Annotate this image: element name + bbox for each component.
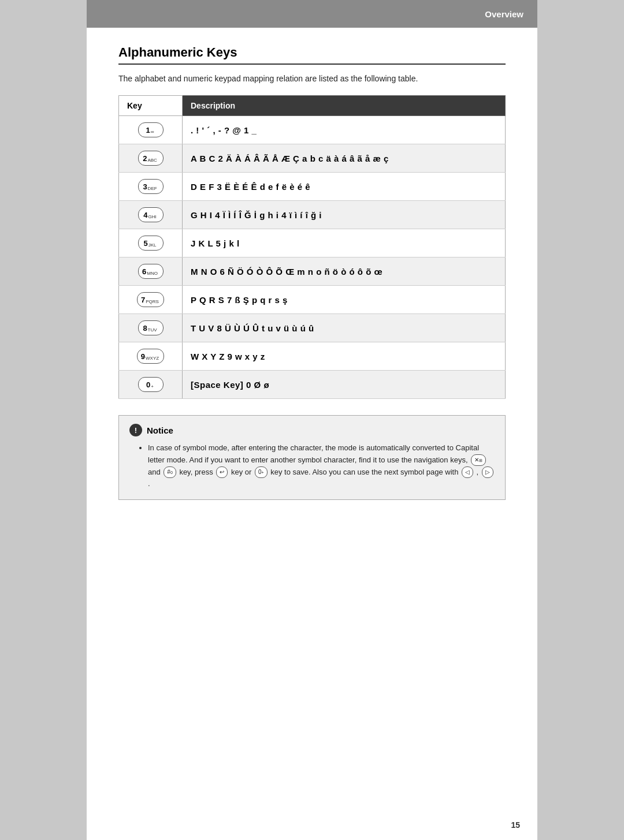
notice-text-list: In case of symbol mode, after entering t… [129,442,495,490]
key-cell: 4GHI [119,201,183,229]
col-key-header: Key [119,96,183,116]
header-title: Overview [485,9,523,19]
key-main-num: 6 [142,267,146,276]
table-row: 1∞. ! ' ´ , - ? @ 1 _ [119,116,506,144]
key-sub-letters: ∞ [151,129,154,135]
key-main-num: 2 [143,154,147,163]
key-button: 4GHI [138,207,164,222]
desc-cell: A B C 2 Ä À Á Â Ã Å Æ Ç a b c ä à á â ã … [183,144,506,173]
key-sub-letters: TUV [148,327,157,333]
key-cell: 0+ [119,371,183,399]
content: Alphanumeric Keys The alphabet and numer… [87,28,537,517]
table-row: 7PQRSP Q R S 7 ß Ş p q r s ş [119,286,506,314]
desc-cell: J K L 5 j k l [183,229,506,257]
key-main-num: 0 [146,380,150,389]
inline-key-xm: ✕⊞ [471,454,486,466]
key-sub-letters: GHI [148,214,157,219]
key-sub-letters: WXYZ [146,356,159,361]
inline-key-back: ↩ [216,466,228,478]
table-row: 0+[Space Key] 0 Ø ø [119,371,506,399]
notice-list-item: In case of symbol mode, after entering t… [148,442,495,490]
table-row: 3DEFD E F 3 Ë È É Ê d e f ë è é ê [119,173,506,201]
desc-cell: G H I 4 Ï Ì Í Î Ğ İ g h i 4 ï ì í î ğ i [183,201,506,229]
table-row: 2ABCA B C 2 Ä À Á Â Ã Å Æ Ç a b c ä à á … [119,144,506,173]
key-button: 7PQRS [137,292,164,307]
desc-cell: D E F 3 Ë È É Ê d e f ë è é ê [183,173,506,201]
notice-title: ! Notice [129,424,495,436]
page-number: 15 [511,820,520,830]
key-button: 8TUV [138,320,164,335]
key-sub-letters: DEF [148,186,157,191]
key-main-num: 1 [146,126,150,135]
key-cell: 2ABC [119,144,183,173]
desc-cell: . ! ' ´ , - ? @ 1 _ [183,116,506,144]
key-button: 5JKL [138,236,164,251]
desc-cell: T U V 8 Ü Ù Ú Û t u v ü ù ú û [183,314,506,342]
key-button: 3DEF [138,179,164,194]
table-row: 9WXYZW X Y Z 9 w x y z [119,342,506,371]
table-row: 5JKLJ K L 5 j k l [119,229,506,257]
inline-key-hash: #0 [164,466,176,478]
key-main-num: 7 [141,296,145,304]
col-desc-header: Description [183,96,506,116]
key-sub-letters: + [151,384,154,389]
section-title: Alphanumeric Keys [118,45,506,65]
key-main-num: 5 [143,239,147,248]
key-sub-letters: ABC [147,158,157,163]
key-cell: 9WXYZ [119,342,183,371]
notice-box: ! Notice In case of symbol mode, after e… [118,415,506,500]
key-button: 6MNO [138,264,164,279]
key-button: 2ABC [138,151,164,166]
key-sub-letters: PQRS [146,299,159,304]
inline-key-left: ◁ [462,466,473,478]
table-row: 8TUVT U V 8 Ü Ù Ú Û t u v ü ù ú û [119,314,506,342]
key-button: 9WXYZ [137,349,164,364]
key-table: Key Description 1∞. ! ' ´ , - ? @ 1 _2AB… [118,95,506,399]
intro-text: The alphabet and numeric keypad mapping … [118,73,506,85]
inline-key-right: ▷ [482,466,493,478]
header-bar: Overview [87,0,537,28]
key-main-num: 8 [143,324,147,333]
key-main-num: 4 [143,211,147,219]
key-cell: 7PQRS [119,286,183,314]
key-sub-letters: MNO [147,271,158,276]
notice-title-text: Notice [147,425,173,435]
key-cell: 1∞ [119,116,183,144]
key-button: 1∞ [138,122,164,137]
key-main-num: 9 [141,352,145,361]
inline-key-zero: 0+ [255,466,268,478]
desc-cell: W X Y Z 9 w x y z [183,342,506,371]
key-main-num: 3 [143,182,147,191]
key-cell: 5JKL [119,229,183,257]
key-cell: 3DEF [119,173,183,201]
desc-cell: P Q R S 7 ß Ş p q r s ş [183,286,506,314]
key-button: 0+ [138,377,164,392]
desc-cell: [Space Key] 0 Ø ø [183,371,506,399]
key-cell: 6MNO [119,257,183,286]
table-row: 4GHIG H I 4 Ï Ì Í Î Ğ İ g h i 4 ï ì í î … [119,201,506,229]
key-cell: 8TUV [119,314,183,342]
desc-cell: M N O 6 Ñ Ö Ó Ò Ô Õ Œ m n o ñ ö ò ó ô õ … [183,257,506,286]
key-sub-letters: JKL [148,242,157,248]
page: Overview Alphanumeric Keys The alphabet … [87,0,537,840]
table-row: 6MNOM N O 6 Ñ Ö Ó Ò Ô Õ Œ m n o ñ ö ò ó … [119,257,506,286]
notice-icon: ! [129,424,142,436]
